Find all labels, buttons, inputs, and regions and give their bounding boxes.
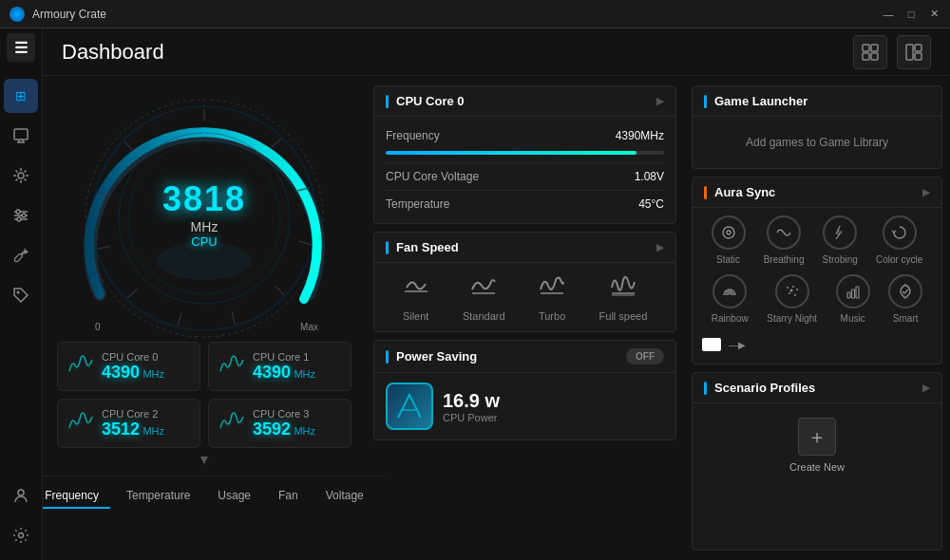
svg-point-13 (19, 533, 24, 538)
aura-arrow: —▶ (729, 340, 746, 350)
core-name-3: CPU Core 3 (253, 408, 341, 420)
header: Dashboard (43, 28, 950, 76)
freq-value: 4390MHz (616, 129, 664, 142)
view-toggle-2[interactable] (897, 35, 931, 69)
left-panel: 3818 MHz CPU 0 Max (43, 76, 366, 560)
svg-point-37 (202, 131, 206, 135)
tab-voltage[interactable]: Voltage (314, 484, 375, 509)
freq-bar-fill (386, 151, 636, 155)
gauge-max: Max (300, 322, 318, 332)
aura-rainbow-label: Rainbow (712, 313, 749, 324)
core-info-2: CPU Core 2 3512 MHz (102, 408, 190, 439)
power-watts: 16.9 w (443, 390, 500, 412)
core-freq-unit-1: MHz (294, 368, 315, 380)
aura-starry-night[interactable]: Starry Night (767, 274, 817, 324)
middle-panel: CPU Core 0 ▶ Frequency 4390MHz (366, 76, 684, 560)
temp-value: 45°C (638, 197, 664, 211)
cpu-core0-chevron: ▶ (656, 96, 664, 106)
svg-line-32 (127, 288, 137, 300)
asus-logo (386, 383, 433, 430)
cpu-wave-icon-3 (218, 407, 245, 439)
sidebar-item-settings[interactable] (4, 518, 38, 552)
aura-strobing[interactable]: Strobing (823, 215, 858, 265)
core-info-1: CPU Core 1 4390 MHz (253, 351, 341, 383)
gauge-value: 3818 (162, 179, 246, 219)
sidebar-item-sliders[interactable] (4, 198, 38, 233)
rainbow-icon (712, 274, 747, 308)
sidebar-item-profile[interactable] (4, 478, 38, 513)
svg-line-35 (123, 141, 135, 151)
core-item-0[interactable]: CPU Core 0 4390 MHz (57, 342, 200, 391)
sidebar-item-wrench[interactable] (4, 238, 38, 272)
tab-fan[interactable]: Fan (267, 484, 310, 509)
aura-static[interactable]: Static (712, 215, 746, 265)
aura-color-swatch[interactable] (702, 338, 721, 351)
core-item-3[interactable]: CPU Core 3 3592 MHz (208, 399, 352, 448)
sidebar-item-tools[interactable] (4, 159, 38, 193)
sidebar-item-monitor[interactable] (4, 119, 38, 153)
sidebar-item-home[interactable]: ⊞ (4, 79, 38, 113)
game-launcher-title: Game Launcher (714, 94, 808, 108)
svg-point-47 (796, 289, 798, 290)
aura-sync-accent (704, 186, 707, 199)
gauge-label: CPU (162, 234, 246, 249)
tab-frequency[interactable]: Frequency (43, 484, 110, 509)
minimize-button[interactable]: — (882, 8, 895, 21)
create-new-label: Create New (789, 461, 845, 473)
svg-point-10 (17, 217, 21, 221)
aura-color-cycle[interactable]: Color cycle (876, 215, 922, 265)
fan-silent[interactable]: Silent (403, 272, 429, 322)
cores-grid: CPU Core 0 4390 MHz (52, 342, 356, 448)
power-toggle[interactable]: OFF (626, 348, 664, 364)
header-icons (853, 35, 931, 69)
gauge-min: 0 (95, 322, 101, 332)
right-panel: Game Launcher Add games to Game Library … (684, 76, 950, 560)
aura-smart[interactable]: Smart (888, 274, 922, 324)
aura-color-cycle-label: Color cycle (876, 254, 922, 265)
freq-label: Frequency (386, 129, 440, 142)
aura-row-2: Rainbow (702, 274, 932, 324)
fan-full-speed-label: Full speed (599, 310, 648, 322)
svg-point-49 (794, 294, 796, 296)
fan-standard[interactable]: Standard (463, 272, 505, 322)
scenario-profiles-chevron: ▶ (922, 383, 930, 393)
scenario-profiles-title: Scenario Profiles (714, 381, 815, 395)
expand-cores-button[interactable]: ▼ (194, 448, 215, 471)
power-toggle-label: OFF (636, 351, 655, 362)
create-new-button[interactable]: ＋ Create New (789, 418, 845, 473)
core-freq-unit-2: MHz (142, 425, 164, 437)
svg-point-45 (787, 287, 788, 289)
game-launcher-body: Add games to Game Library (693, 117, 941, 168)
cpu-wave-icon-0 (67, 350, 94, 383)
fan-turbo[interactable]: Turbo (539, 272, 565, 322)
aura-music[interactable]: Music (836, 274, 870, 324)
tab-temperature[interactable]: Temperature (115, 484, 201, 509)
aura-music-label: Music (841, 313, 865, 324)
smart-icon (888, 274, 922, 308)
scenario-profiles-header: Scenario Profiles ▶ (693, 373, 941, 403)
svg-rect-17 (871, 53, 878, 60)
aura-sync-body: Static Breathing (693, 208, 941, 364)
core-item-2[interactable]: CPU Core 2 3512 MHz (57, 399, 200, 448)
svg-point-43 (723, 227, 734, 238)
fan-full-speed[interactable]: Full speed (599, 272, 648, 322)
body-layout: 3818 MHz CPU 0 Max (43, 76, 950, 560)
svg-rect-15 (871, 45, 878, 51)
maximize-button[interactable]: □ (904, 8, 918, 21)
svg-rect-20 (915, 53, 922, 60)
sidebar-item-tag[interactable] (4, 278, 38, 312)
aura-static-label: Static (716, 254, 740, 265)
static-icon (712, 215, 746, 250)
aura-breathing[interactable]: Breathing (764, 215, 805, 265)
scenario-profiles-card: Scenario Profiles ▶ ＋ Create New (692, 372, 942, 551)
starry-night-icon (775, 274, 809, 308)
power-saving-card: Power Saving OFF (373, 340, 676, 440)
cpu-wave-icon-2 (67, 407, 94, 439)
aura-rainbow[interactable]: Rainbow (712, 274, 749, 324)
power-saving-body: 16.9 w CPU Power (374, 373, 675, 439)
app-container: ☰ ⊞ (0, 28, 950, 560)
close-button[interactable]: ✕ (927, 8, 940, 21)
view-toggle-1[interactable] (853, 35, 887, 69)
core-item-1[interactable]: CPU Core 1 4390 MHz (208, 342, 352, 391)
tab-usage[interactable]: Usage (206, 484, 262, 509)
